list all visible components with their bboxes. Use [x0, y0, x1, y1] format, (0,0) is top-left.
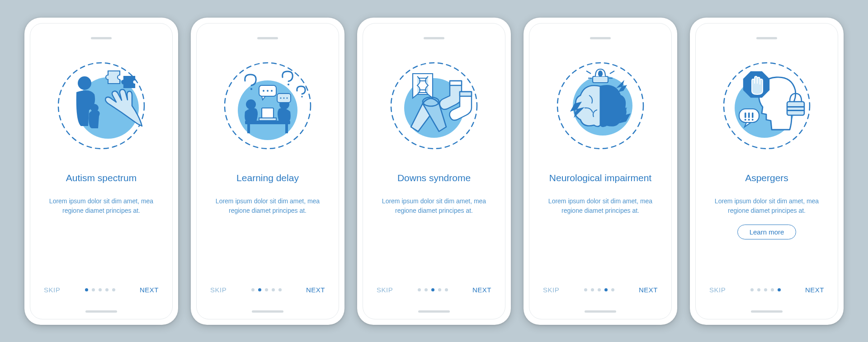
phone-mockup: Autism spectrum Lorem ipsum dolor sit di… — [24, 18, 178, 325]
phone-speaker — [257, 37, 278, 39]
screen-title: Autism spectrum — [66, 166, 137, 190]
pager-dot[interactable] — [265, 288, 268, 291]
home-indicator — [585, 310, 616, 313]
downs-illustration — [387, 58, 481, 153]
learning-illustration — [220, 58, 315, 153]
next-button[interactable]: NEXT — [639, 286, 658, 294]
phone-speaker — [756, 37, 777, 39]
svg-rect-10 — [259, 118, 276, 121]
svg-rect-44 — [787, 102, 804, 115]
svg-point-23 — [286, 97, 288, 98]
skip-button[interactable]: SKIP — [543, 286, 559, 294]
pager-dot[interactable] — [112, 288, 115, 291]
svg-point-15 — [301, 96, 303, 98]
svg-line-38 — [610, 71, 614, 74]
pager-dot[interactable] — [611, 288, 614, 291]
pager-dot[interactable] — [272, 288, 275, 291]
screen-description: Lorem ipsum dolor sit dim amet, mea regi… — [377, 197, 491, 216]
screen: Aspergers Lorem ipsum dolor sit dim amet… — [695, 23, 838, 319]
svg-rect-8 — [285, 124, 288, 133]
screen: Autism spectrum Lorem ipsum dolor sit di… — [30, 23, 173, 319]
next-button[interactable]: NEXT — [805, 286, 824, 294]
pager-dot[interactable] — [99, 288, 102, 291]
next-button[interactable]: NEXT — [306, 286, 325, 294]
pager-dot[interactable] — [764, 288, 767, 291]
pager-dots — [750, 288, 781, 291]
pager-dot[interactable] — [591, 288, 594, 291]
pager-dot[interactable] — [278, 288, 282, 291]
phone-mockup: Learning delay Lorem ipsum dolor sit dim… — [191, 18, 344, 325]
skip-button[interactable]: SKIP — [210, 286, 226, 294]
svg-rect-46 — [787, 110, 804, 111]
svg-rect-45 — [787, 106, 804, 108]
autism-illustration — [54, 58, 149, 153]
next-button[interactable]: NEXT — [140, 286, 159, 294]
phone-speaker — [424, 37, 444, 39]
screen-title: Downs syndrome — [397, 166, 471, 190]
next-button[interactable]: NEXT — [472, 286, 491, 294]
svg-rect-30 — [450, 81, 462, 85]
svg-rect-35 — [593, 76, 608, 83]
pager-dot[interactable] — [425, 288, 428, 291]
nav-row: SKIP NEXT — [543, 286, 658, 294]
pager-dot[interactable] — [418, 288, 421, 291]
svg-point-17 — [263, 90, 264, 92]
screen-title: Aspergers — [745, 166, 788, 190]
pager-dot[interactable] — [598, 288, 601, 291]
svg-point-14 — [288, 84, 289, 85]
nav-row: SKIP NEXT — [210, 286, 325, 294]
learn-more-button[interactable]: Learn more — [737, 225, 797, 239]
skip-button[interactable]: SKIP — [709, 286, 726, 294]
aspergers-illustration — [719, 58, 814, 153]
nav-row: SKIP NEXT — [44, 286, 159, 294]
pager-dots — [418, 288, 448, 291]
screen: Neurological impairment Lorem ipsum dolo… — [529, 23, 672, 319]
svg-rect-52 — [752, 112, 754, 118]
nav-row: SKIP NEXT — [377, 286, 491, 294]
screen-description: Lorem ipsum dolor sit dim amet, mea regi… — [543, 197, 658, 216]
skip-button[interactable]: SKIP — [377, 286, 393, 294]
pager-dot[interactable] — [438, 288, 441, 291]
svg-rect-7 — [247, 124, 250, 133]
svg-point-36 — [599, 71, 602, 76]
pager-dot[interactable] — [105, 288, 108, 291]
screen-description: Lorem ipsum dolor sit dim amet, mea regi… — [210, 197, 325, 216]
neuro-illustration — [553, 58, 648, 153]
pager-dot[interactable] — [445, 288, 448, 291]
pager-dot-active[interactable] — [604, 288, 608, 291]
pager-dot[interactable] — [251, 288, 255, 291]
svg-rect-31 — [460, 92, 472, 96]
pager-dots — [584, 288, 614, 291]
pager-dots — [251, 288, 282, 291]
svg-rect-50 — [748, 112, 750, 118]
phones-row: Autism spectrum Lorem ipsum dolor sit di… — [24, 18, 844, 325]
svg-point-22 — [283, 97, 284, 98]
phone-mockup: Neurological impairment Lorem ipsum dolo… — [524, 18, 677, 325]
screen: Downs syndrome Lorem ipsum dolor sit dim… — [363, 23, 505, 319]
screen-title: Neurological impairment — [549, 166, 651, 190]
svg-point-2 — [78, 76, 91, 90]
pager-dot-active[interactable] — [431, 288, 434, 291]
svg-point-11 — [246, 99, 256, 109]
phone-mockup: Downs syndrome Lorem ipsum dolor sit dim… — [357, 18, 511, 325]
svg-point-18 — [267, 90, 269, 92]
svg-point-49 — [745, 119, 746, 121]
pager-dots — [85, 288, 115, 291]
pager-dot-active[interactable] — [778, 288, 781, 291]
pager-dot[interactable] — [584, 288, 587, 291]
home-indicator — [252, 310, 283, 313]
home-indicator — [751, 310, 783, 313]
screen-title: Learning delay — [236, 166, 299, 190]
pager-dot[interactable] — [750, 288, 754, 291]
pager-dot[interactable] — [92, 288, 95, 291]
pager-dot-active[interactable] — [85, 288, 88, 291]
pager-dot[interactable] — [771, 288, 774, 291]
svg-rect-9 — [262, 108, 274, 118]
screen-description: Lorem ipsum dolor sit dim amet, mea regi… — [709, 197, 824, 216]
svg-point-53 — [752, 119, 754, 121]
pager-dot[interactable] — [757, 288, 760, 291]
svg-point-51 — [748, 119, 750, 121]
skip-button[interactable]: SKIP — [44, 286, 60, 294]
pager-dot-active[interactable] — [258, 288, 261, 291]
home-indicator — [418, 310, 450, 313]
